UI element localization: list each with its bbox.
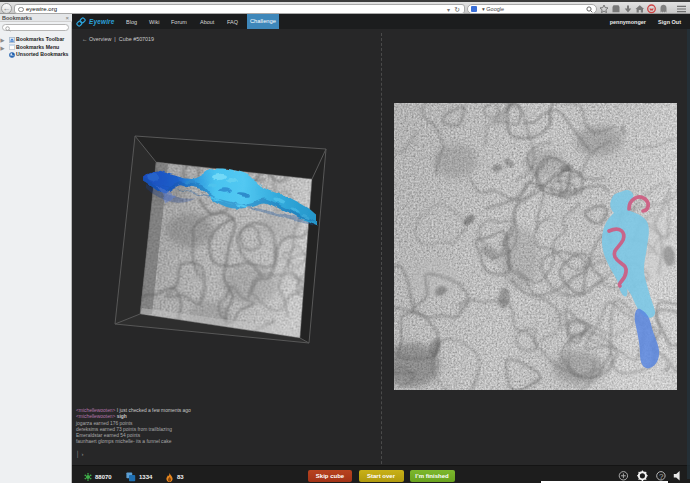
svg-text:?: ? [659, 472, 664, 481]
